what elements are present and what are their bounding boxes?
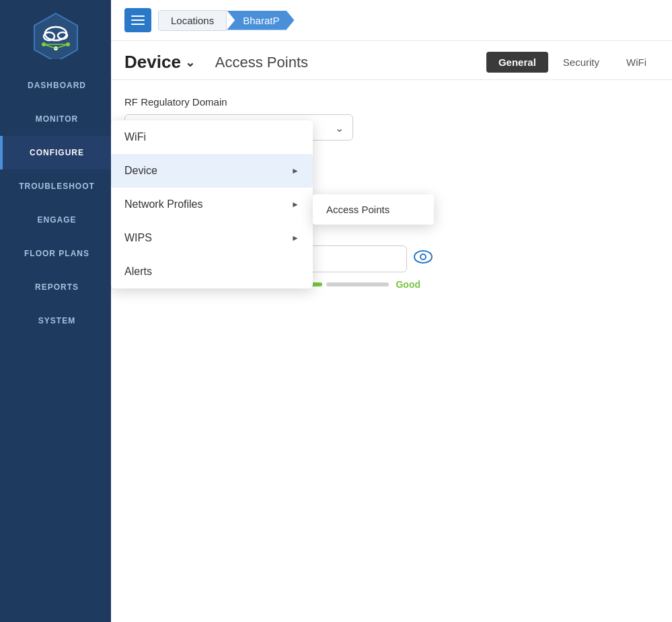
- dropdown-item-device[interactable]: Device ► Access Points: [111, 154, 313, 188]
- logo-area: [0, 0, 111, 69]
- topbar: Locations BharatP: [111, 0, 672, 41]
- dropdown-wips-arrow-icon: ►: [291, 233, 299, 243]
- app-logo: [29, 12, 83, 59]
- tab-security[interactable]: Security: [551, 52, 611, 73]
- svg-point-10: [414, 251, 432, 263]
- tab-wifi[interactable]: WiFi: [614, 52, 659, 73]
- section-title: Access Points: [215, 54, 308, 71]
- strength-label: Good: [396, 279, 420, 290]
- breadcrumb-locations[interactable]: Locations: [158, 10, 227, 31]
- sidebar-item-floor-plans[interactable]: FLOOR PLANS: [0, 237, 111, 270]
- sidebar: DASHBOARD MONITOR CONFIGURE TROUBLESHOOT…: [0, 0, 111, 622]
- device-title-text: Device: [124, 52, 181, 73]
- sidebar-item-system[interactable]: SYSTEM: [0, 304, 111, 338]
- page-title[interactable]: Device ⌄: [124, 52, 195, 73]
- sidebar-item-configure[interactable]: CONFIGURE: [0, 136, 111, 169]
- menu-line-2: [131, 20, 145, 21]
- dropdown-item-alerts[interactable]: Alerts: [111, 255, 313, 288]
- dropdown-device-arrow-icon: ►: [291, 166, 299, 176]
- menu-line-1: [131, 15, 145, 17]
- svg-point-11: [420, 254, 426, 260]
- main-content: Locations BharatP Device ⌄ Access Points…: [111, 0, 672, 622]
- breadcrumb-bharatp[interactable]: BharatP: [227, 11, 294, 30]
- dropdown-item-network-profiles[interactable]: Network Profiles ►: [111, 188, 313, 221]
- configure-dropdown-menu: WiFi Device ► Access Points Network Prof…: [111, 120, 313, 288]
- tab-group: General Security WiFi: [486, 52, 659, 73]
- page-header: Device ⌄ Access Points General Security …: [111, 41, 672, 80]
- strength-bar-4: [326, 282, 389, 286]
- sidebar-item-troubleshoot[interactable]: TROUBLESHOOT: [0, 169, 111, 203]
- breadcrumb: Locations BharatP: [158, 10, 294, 31]
- sidebar-item-dashboard[interactable]: DASHBOARD: [0, 69, 111, 102]
- menu-line-3: [131, 24, 145, 25]
- dropdown-device-label: Device: [124, 165, 157, 177]
- sidebar-item-reports[interactable]: REPORTS: [0, 270, 111, 304]
- submenu-item-access-points[interactable]: Access Points: [313, 194, 434, 225]
- device-submenu: Access Points: [313, 194, 434, 225]
- content-area: RF Regulatory Domain United States ⌄ ts …: [111, 80, 672, 622]
- svg-marker-0: [34, 13, 77, 59]
- dropdown-wips-label: WIPS: [124, 232, 152, 244]
- dropdown-network-profiles-arrow-icon: ►: [291, 200, 299, 209]
- dropdown-network-profiles-label: Network Profiles: [124, 198, 202, 210]
- rf-domain-label: RF Regulatory Domain: [124, 96, 659, 108]
- dropdown-item-wifi[interactable]: WiFi: [111, 120, 313, 154]
- show-password-icon[interactable]: [414, 250, 433, 268]
- dropdown-alerts-label: Alerts: [124, 266, 152, 278]
- tab-general[interactable]: General: [486, 52, 548, 73]
- device-dropdown-chevron: ⌄: [185, 55, 195, 70]
- nav-menu: DASHBOARD MONITOR CONFIGURE TROUBLESHOOT…: [0, 69, 111, 622]
- sidebar-item-monitor[interactable]: MONITOR: [0, 102, 111, 136]
- dropdown-wifi-label: WiFi: [124, 131, 146, 143]
- hamburger-menu-button[interactable]: [124, 8, 151, 32]
- dropdown-item-wips[interactable]: WIPS ►: [111, 221, 313, 255]
- sidebar-item-engage[interactable]: ENGAGE: [0, 203, 111, 237]
